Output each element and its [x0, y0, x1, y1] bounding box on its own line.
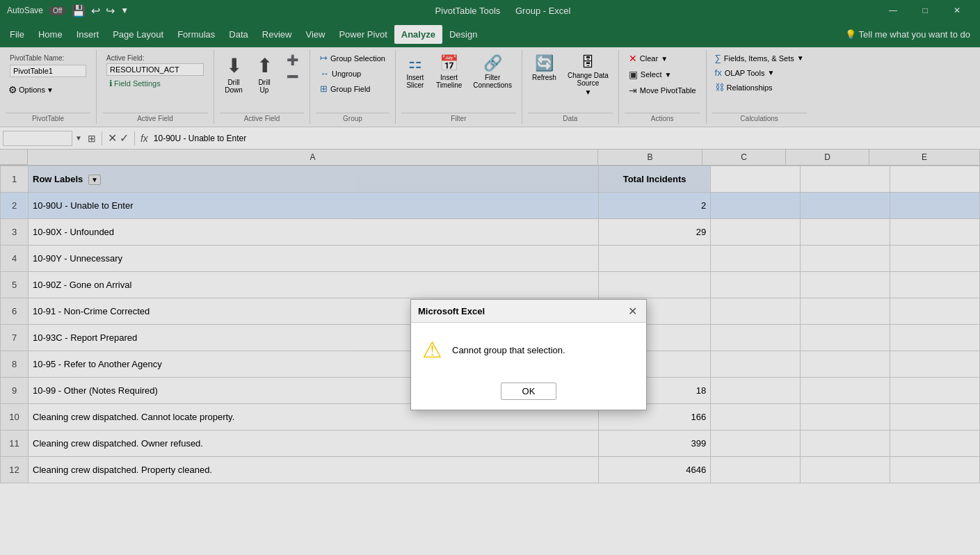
- total-incidents-cell[interactable]: 2: [599, 193, 711, 219]
- cell-d[interactable]: [801, 325, 890, 351]
- cell-d[interactable]: [801, 219, 890, 246]
- cell-e[interactable]: [890, 193, 980, 219]
- cell-e[interactable]: [890, 219, 980, 246]
- drill-down-button[interactable]: ⬇ DrillDown: [220, 51, 248, 97]
- table-row[interactable]: 410-90Y - Unnecessary: [1, 246, 980, 272]
- cell-e[interactable]: [890, 351, 980, 378]
- dialog-close-button[interactable]: ✕: [625, 304, 639, 318]
- formula-bar-dropdown[interactable]: ▼: [75, 134, 82, 142]
- group-selection-button[interactable]: ↦ Group Selection: [316, 51, 389, 65]
- select-button[interactable]: ▣ Select ▼: [625, 67, 700, 81]
- menu-home[interactable]: Home: [31, 25, 70, 44]
- group-field-button[interactable]: ⊞ Group Field: [316, 82, 389, 95]
- row-label-cell[interactable]: 10-90X - Unfounded: [29, 219, 599, 246]
- customize-icon[interactable]: ▼: [120, 6, 129, 15]
- cell-c[interactable]: [711, 298, 801, 325]
- confirm-edit-icon[interactable]: ✓: [120, 131, 129, 145]
- cell-e[interactable]: [890, 325, 980, 351]
- cell-d[interactable]: [801, 351, 890, 378]
- cell-c[interactable]: [711, 193, 801, 219]
- insert-timeline-button[interactable]: 📅 InsertTimeline: [432, 51, 466, 92]
- cell-c[interactable]: [711, 246, 801, 272]
- insert-slicer-button[interactable]: ⚏ InsertSlicer: [401, 51, 429, 92]
- cell-e[interactable]: [890, 457, 980, 483]
- total-incidents-cell[interactable]: 29: [599, 219, 711, 246]
- cell-d[interactable]: [801, 298, 890, 325]
- row-label-cell[interactable]: 10-90U - Unable to Enter: [29, 193, 599, 219]
- drill-up-button[interactable]: ⬆ DrillUp: [250, 51, 278, 97]
- total-incidents-cell[interactable]: [599, 272, 711, 298]
- minimize-button[interactable]: —: [877, 0, 909, 21]
- cell-d[interactable]: [801, 246, 890, 272]
- formula-input[interactable]: [151, 132, 977, 145]
- cell-e[interactable]: [890, 404, 980, 431]
- col-header-b[interactable]: B: [598, 150, 702, 165]
- cell-c[interactable]: [711, 404, 801, 431]
- cell-d[interactable]: [801, 272, 890, 298]
- autosave-toggle[interactable]: Off: [49, 6, 66, 15]
- cell-e[interactable]: [890, 431, 980, 457]
- field-settings-button[interactable]: ℹ Field Settings: [106, 77, 204, 90]
- ungroup-button[interactable]: ↔ Ungroup: [316, 67, 389, 80]
- col-header-c[interactable]: C: [702, 150, 786, 165]
- cell-e[interactable]: [890, 272, 980, 298]
- save-icon[interactable]: 💾: [72, 4, 86, 17]
- cell-c[interactable]: [711, 457, 801, 483]
- maximize-button[interactable]: □: [909, 0, 941, 21]
- cell-e[interactable]: [890, 298, 980, 325]
- cancel-edit-icon[interactable]: ✕: [108, 131, 117, 145]
- table-row[interactable]: 510-90Z - Gone on Arrival: [1, 272, 980, 298]
- col-header-d[interactable]: D: [786, 150, 869, 165]
- clear-button[interactable]: ✕ Clear ▼: [625, 51, 700, 65]
- pivot-table-name-input[interactable]: [10, 65, 86, 77]
- total-incidents-cell[interactable]: [599, 246, 711, 272]
- menu-formulas[interactable]: Formulas: [170, 25, 222, 44]
- menu-analyze[interactable]: Analyze: [394, 25, 442, 44]
- menu-insert[interactable]: Insert: [70, 25, 106, 44]
- menu-design[interactable]: Design: [442, 25, 484, 44]
- table-row[interactable]: 12Cleaning crew dispatched. Property cle…: [1, 457, 980, 483]
- menu-review[interactable]: Review: [255, 25, 299, 44]
- row-label-filter-button[interactable]: ▼: [88, 175, 101, 185]
- cell-d[interactable]: [801, 193, 890, 219]
- col-header-e[interactable]: E: [869, 150, 980, 165]
- active-field-input[interactable]: [106, 63, 204, 76]
- row-label-cell[interactable]: 10-90Y - Unnecessary: [29, 246, 599, 272]
- cell-d[interactable]: [801, 404, 890, 431]
- table-row[interactable]: 210-90U - Unable to Enter2: [1, 193, 980, 219]
- move-pivot-table-button[interactable]: ⇥ Move PivotTable: [625, 83, 700, 97]
- ok-button[interactable]: OK: [501, 383, 557, 400]
- cell-c[interactable]: [711, 272, 801, 298]
- cell-e[interactable]: [890, 246, 980, 272]
- olap-tools-button[interactable]: fx OLAP Tools ▼: [712, 66, 807, 79]
- filter-connections-button[interactable]: 🔗 FilterConnections: [469, 51, 516, 92]
- change-data-source-button[interactable]: 🗄 Change DataSource ▼: [563, 51, 613, 99]
- row-label-cell[interactable]: 10-90Z - Gone on Arrival: [29, 272, 599, 298]
- col-header-a[interactable]: A: [28, 150, 598, 165]
- cell-c[interactable]: [711, 431, 801, 457]
- menu-data[interactable]: Data: [222, 25, 255, 44]
- options-button[interactable]: ⚙ Options ▼: [6, 83, 90, 97]
- cell-d[interactable]: [801, 431, 890, 457]
- redo-icon[interactable]: ↪: [106, 4, 115, 17]
- cell-d[interactable]: [801, 378, 890, 404]
- fields-items-sets-button[interactable]: ∑ Fields, Items, & Sets ▼: [712, 51, 807, 65]
- close-button[interactable]: ✕: [941, 0, 973, 21]
- total-incidents-cell[interactable]: 399: [599, 431, 711, 457]
- relationships-button[interactable]: ⛓ Relationships: [712, 81, 807, 94]
- table-row[interactable]: 310-90X - Unfounded29: [1, 219, 980, 246]
- cell-c[interactable]: [711, 219, 801, 246]
- formula-bar-expand-icon[interactable]: ⊞: [88, 133, 96, 144]
- refresh-button[interactable]: 🔄 Refresh: [528, 51, 561, 84]
- menu-view[interactable]: View: [298, 25, 332, 44]
- undo-icon[interactable]: ↩: [91, 4, 100, 17]
- row-label-cell[interactable]: Cleaning crew dispatched. Owner refused.: [29, 431, 599, 457]
- row-label-cell[interactable]: Cleaning crew dispatched. Property clean…: [29, 457, 599, 483]
- menu-file[interactable]: File: [3, 25, 31, 44]
- collapse-button[interactable]: ➖: [282, 70, 303, 83]
- cell-e[interactable]: [890, 378, 980, 404]
- total-incidents-cell[interactable]: 4646: [599, 457, 711, 483]
- cell-reference-input[interactable]: [3, 131, 72, 146]
- cell-d[interactable]: [801, 457, 890, 483]
- menu-power-pivot[interactable]: Power Pivot: [332, 25, 394, 44]
